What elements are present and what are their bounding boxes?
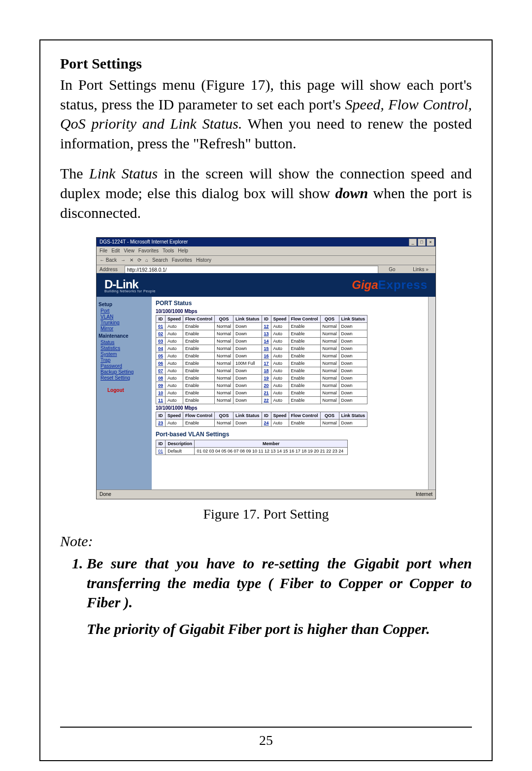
port-id-link[interactable]: 13 xyxy=(262,330,271,338)
port-col-header: QOS xyxy=(320,412,339,420)
table-row: 05AutoEnableNormalDown16AutoEnableNormal… xyxy=(156,352,367,360)
port-id-link[interactable]: 19 xyxy=(262,375,271,382)
port-id-link[interactable]: 06 xyxy=(156,360,166,367)
table-row: 02AutoEnableNormalDown13AutoEnableNormal… xyxy=(156,330,367,338)
vlan-cell: 01 02 03 04 05 06 07 08 09 10 11 12 13 1… xyxy=(195,448,348,455)
vlan-table: IDDescriptionMember01Default01 02 03 04 … xyxy=(156,440,348,455)
menu-edit[interactable]: Edit xyxy=(111,246,120,255)
port-cell: Auto xyxy=(166,352,183,360)
sidebar-item-mirror[interactable]: Mirror xyxy=(100,326,150,331)
sidebar-item-system[interactable]: System xyxy=(100,351,150,357)
port-id-link[interactable]: 03 xyxy=(156,338,166,345)
port-cell: Normal xyxy=(215,323,233,330)
window-buttons: _ □ × xyxy=(409,239,434,246)
address-input[interactable] xyxy=(125,266,378,274)
sidebar: Setup Port VLAN Trunking Mirror Maintena… xyxy=(97,297,152,490)
sidebar-item-reset[interactable]: Reset Setting xyxy=(100,375,150,381)
port-cell: Enable xyxy=(289,323,320,330)
port-cell: Down xyxy=(233,367,262,375)
port-id-link[interactable]: 12 xyxy=(262,323,271,330)
port-id-link[interactable]: 21 xyxy=(262,389,271,397)
port-id-link[interactable]: 16 xyxy=(262,352,271,360)
port-group-2-label: 10/100/1000 Mbps xyxy=(156,405,432,411)
vlan-col-header: ID xyxy=(156,440,166,448)
port-cell: Enable xyxy=(289,345,320,352)
close-icon[interactable]: × xyxy=(427,239,434,246)
port-cell: Enable xyxy=(289,352,320,360)
port-cell: Down xyxy=(233,397,262,404)
paragraph-1: In Port Settings menu (Figure 17), this … xyxy=(60,75,472,153)
port-cell: Auto xyxy=(166,397,183,404)
port-cell: Enable xyxy=(289,397,320,404)
port-cell: Enable xyxy=(289,330,320,338)
search-button[interactable]: Search xyxy=(152,256,168,265)
port-cell: Auto xyxy=(166,375,183,382)
port-id-link[interactable]: 05 xyxy=(156,352,166,360)
menu-favorites[interactable]: Favorites xyxy=(138,246,159,255)
port-cell: Down xyxy=(339,420,367,427)
port-cell: Normal xyxy=(320,345,339,352)
refresh-button[interactable]: ⟳ xyxy=(137,256,141,265)
table-row: 04AutoEnableNormalDown15AutoEnableNormal… xyxy=(156,345,367,352)
vlan-id-link[interactable]: 01 xyxy=(156,448,166,455)
screenshot-figure: DGS-1224T - Microsoft Internet Explorer … xyxy=(96,237,436,499)
port-cell: Enable xyxy=(183,345,215,352)
port-cell: Down xyxy=(233,352,262,360)
favorites-button[interactable]: Favorites xyxy=(172,256,192,265)
giga-part1: Giga xyxy=(352,278,378,291)
sidebar-item-statistics[interactable]: Statistics xyxy=(100,346,150,351)
back-button[interactable]: ← Back xyxy=(100,256,117,265)
port-id-link[interactable]: 23 xyxy=(156,420,166,427)
port-cell: Enable xyxy=(289,338,320,345)
sidebar-item-vlan[interactable]: VLAN xyxy=(100,314,150,319)
stop-button[interactable]: ✕ xyxy=(130,256,133,265)
port-id-link[interactable]: 07 xyxy=(156,367,166,375)
menu-help[interactable]: Help xyxy=(178,246,188,255)
menu-view[interactable]: View xyxy=(124,246,134,255)
port-id-link[interactable]: 10 xyxy=(156,389,166,397)
port-cell: Normal xyxy=(215,367,233,375)
port-id-link[interactable]: 15 xyxy=(262,345,271,352)
port-col-header: Speed xyxy=(166,315,183,323)
menu-file[interactable]: File xyxy=(100,246,107,255)
minimize-icon[interactable]: _ xyxy=(409,239,417,246)
port-cell: Auto xyxy=(166,345,183,352)
sidebar-item-port[interactable]: Port xyxy=(100,308,150,314)
port-cell: 100M Full xyxy=(233,360,262,367)
port-id-link[interactable]: 09 xyxy=(156,382,166,389)
port-id-link[interactable]: 02 xyxy=(156,330,166,338)
table-row: 08AutoEnableNormalDown19AutoEnableNormal… xyxy=(156,375,367,382)
port-cell: Down xyxy=(339,338,367,345)
paragraph-2: The Link Status in the screen will show … xyxy=(60,164,472,222)
forward-button[interactable]: → xyxy=(121,256,126,265)
table-row: 23AutoEnableNormalDown24AutoEnableNormal… xyxy=(156,420,367,427)
sidebar-item-password[interactable]: Password xyxy=(100,363,150,369)
sidebar-item-backup[interactable]: Backup Setting xyxy=(100,369,150,375)
port-id-link[interactable]: 11 xyxy=(156,397,166,404)
port-id-link[interactable]: 24 xyxy=(262,420,271,427)
home-button[interactable]: ⌂ xyxy=(145,256,148,265)
vlan-col-header: Member xyxy=(195,440,348,448)
port-cell: Enable xyxy=(183,420,215,427)
maximize-icon[interactable]: □ xyxy=(418,239,426,246)
vertical-scrollbar[interactable] xyxy=(428,297,435,490)
port-id-link[interactable]: 20 xyxy=(262,382,271,389)
sidebar-item-trap[interactable]: Trap xyxy=(100,357,150,363)
port-id-link[interactable]: 04 xyxy=(156,345,166,352)
port-id-link[interactable]: 22 xyxy=(262,397,271,404)
history-button[interactable]: History xyxy=(196,256,211,265)
sidebar-item-trunking[interactable]: Trunking xyxy=(100,320,150,325)
port-id-link[interactable]: 17 xyxy=(262,360,271,367)
port-cell: Normal xyxy=(215,330,233,338)
menu-tools[interactable]: Tools xyxy=(163,246,174,255)
para2-text-b: Link Status xyxy=(89,165,158,181)
port-id-link[interactable]: 08 xyxy=(156,375,166,382)
port-id-link[interactable]: 18 xyxy=(262,367,271,375)
port-id-link[interactable]: 14 xyxy=(262,338,271,345)
sidebar-logout[interactable]: Logout xyxy=(107,387,150,393)
sidebar-item-status[interactable]: Status xyxy=(100,340,150,345)
table-row: 07AutoEnableNormalDown18AutoEnableNormal… xyxy=(156,367,367,375)
port-id-link[interactable]: 01 xyxy=(156,323,166,330)
sidebar-cat-setup: Setup xyxy=(99,302,150,307)
port-col-header: Link Status xyxy=(339,412,367,420)
